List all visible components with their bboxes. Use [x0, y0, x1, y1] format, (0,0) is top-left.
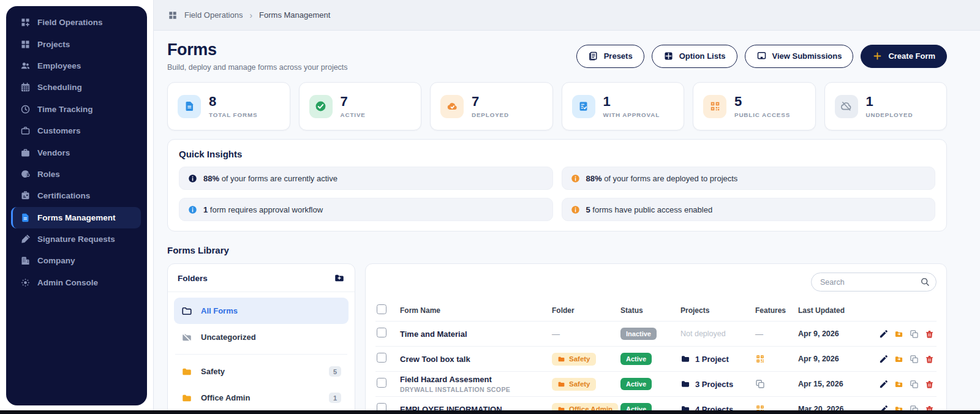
folder-badge: Safety [552, 353, 596, 366]
sidebar-item-label: Field Operations [37, 18, 103, 27]
last-updated-cell: Mar 20, 2026 [798, 405, 875, 410]
projects-cell: 3 Projects [680, 379, 755, 389]
duplicate-form-button[interactable] [910, 355, 919, 364]
edit-form-button[interactable] [879, 329, 888, 339]
row-checkbox-cell [375, 378, 400, 390]
view-submissions-button[interactable]: View Submissions [745, 45, 854, 68]
clock-icon [20, 104, 31, 115]
form-name-cell[interactable]: EMPLOYEE INFORMATION [400, 405, 552, 411]
column-header-projects: Projects [680, 306, 755, 315]
sidebar-item-admin-console[interactable]: Admin Console [11, 272, 141, 293]
duplicate-form-button[interactable] [910, 380, 919, 389]
search-icon [920, 277, 930, 287]
roles-icon [20, 169, 31, 179]
info-icon [571, 174, 580, 183]
folder-cell: Safety [552, 353, 620, 366]
calendar-icon [20, 82, 31, 92]
form-name-cell[interactable]: Crew Tool box talk [400, 355, 552, 364]
folder-icon [557, 380, 565, 388]
stat-label: PUBLIC ACCESS [734, 111, 790, 118]
features-cell: — [755, 329, 798, 339]
not-deployed-label: Not deployed [680, 329, 726, 338]
stat-text: 7DEPLOYED [472, 94, 509, 118]
cloud-check-icon [447, 100, 458, 112]
delete-form-button[interactable] [925, 380, 934, 389]
insight-text: 88% of your forms are deployed to projec… [586, 174, 738, 183]
row-checkbox[interactable] [377, 378, 386, 388]
edit-form-button[interactable] [879, 355, 888, 364]
sidebar-item-signature-requests[interactable]: Signature Requests [11, 228, 141, 250]
move-to-folder-button[interactable] [894, 355, 903, 364]
actions-cell [875, 380, 937, 389]
sidebar-item-company[interactable]: Company [11, 250, 141, 271]
projects-folder-icon [680, 404, 690, 410]
duplicate-form-button[interactable] [910, 329, 919, 339]
sidebar-item-projects[interactable]: Projects [11, 33, 141, 55]
delete-form-button[interactable] [925, 329, 934, 339]
sidebar-item-time-tracking[interactable]: Time Tracking [11, 99, 141, 120]
sidebar-item-field-operations[interactable]: Field Operations [11, 12, 141, 33]
features-cell [755, 354, 798, 364]
option-lists-button[interactable]: Option Lists [652, 45, 737, 68]
insight-item: 5 forms have public access enabled [562, 198, 936, 221]
projects-cell: Not deployed [680, 329, 755, 338]
folder-label: Safety [201, 367, 225, 376]
sidebar-item-employees[interactable]: Employees [11, 55, 141, 77]
form-name-cell[interactable]: Field Hazard AssesmentDRYWALL INSTALLATI… [400, 375, 552, 393]
form-name-cell[interactable]: Time and Material [400, 329, 552, 339]
presets-button[interactable]: Presets [576, 45, 644, 68]
delete-form-button[interactable] [925, 355, 934, 364]
qr-icon [709, 100, 721, 112]
folder-plus-icon [334, 273, 345, 284]
table-row: EMPLOYEE INFORMATIONOffice AdminActive4 … [375, 397, 937, 410]
table-header-row: Form NameFolderStatusProjectsFeaturesLas… [375, 299, 937, 322]
duplicate-form-button[interactable] [910, 405, 919, 411]
row-checkbox[interactable] [377, 328, 386, 337]
row-checkbox[interactable] [377, 353, 386, 363]
table-row: Field Hazard AssesmentDRYWALL INSTALLATI… [375, 372, 937, 397]
sidebar-item-scheduling[interactable]: Scheduling [11, 77, 141, 98]
move-to-folder-button[interactable] [894, 329, 903, 339]
sidebar-item-label: Admin Console [37, 278, 98, 287]
select-all-checkbox[interactable] [377, 304, 386, 314]
breadcrumb-forms-management[interactable]: Forms Management [259, 10, 330, 20]
move-to-folder-button[interactable] [894, 380, 903, 389]
sidebar-item-label: Forms Management [37, 213, 116, 222]
insight-item: 88% of your forms are currently active [179, 167, 553, 190]
sidebar-item-roles[interactable]: Roles [11, 164, 141, 185]
folder-label: All Forms [201, 306, 238, 315]
forms-table: Form NameFolderStatusProjectsFeaturesLas… [375, 299, 937, 410]
move-to-folder-button[interactable] [894, 405, 903, 411]
sidebar-item-label: Roles [37, 170, 60, 179]
status-badge: Active [620, 353, 652, 365]
folder-icon [557, 405, 565, 411]
folders-panel: Folders All FormsUncategorizedSafety5Off… [167, 263, 355, 410]
stat-icon-box [703, 95, 726, 118]
folder-slash-icon [181, 332, 192, 343]
folder-item-office-admin[interactable]: Office Admin1 [174, 385, 349, 410]
sidebar-item-vendors[interactable]: Vendors [11, 141, 141, 163]
column-header-status: Status [620, 306, 680, 315]
add-folder-button[interactable] [334, 273, 345, 284]
row-checkbox[interactable] [377, 403, 386, 410]
sidebar-item-customers[interactable]: Customers [11, 120, 141, 141]
form-name: EMPLOYEE INFORMATION [400, 405, 552, 411]
edit-form-button[interactable] [879, 405, 888, 411]
stat-text: 7ACTIVE [341, 94, 366, 118]
table-row: Crew Tool box talkSafetyActive1 ProjectA… [375, 347, 937, 372]
sidebar-item-certifications[interactable]: Certifications [11, 185, 141, 206]
stat-label: ACTIVE [341, 111, 366, 118]
create-form-button[interactable]: Create Form [861, 45, 947, 68]
folder-item-uncategorized[interactable]: Uncategorized [174, 324, 349, 350]
edit-form-button[interactable] [879, 380, 888, 389]
presets-button-label: Presets [604, 51, 633, 61]
stat-card-public-access: 5PUBLIC ACCESS [693, 82, 816, 130]
delete-form-button[interactable] [925, 405, 934, 411]
search-input[interactable] [811, 273, 937, 292]
sidebar-item-forms-management[interactable]: Forms Management [11, 207, 141, 228]
breadcrumb-field-operations[interactable]: Field Operations [184, 10, 243, 20]
folder-item-safety[interactable]: Safety5 [174, 358, 349, 385]
document-icon [184, 100, 195, 112]
form-name: Time and Material [400, 329, 552, 339]
folder-item-all-forms[interactable]: All Forms [174, 298, 349, 324]
